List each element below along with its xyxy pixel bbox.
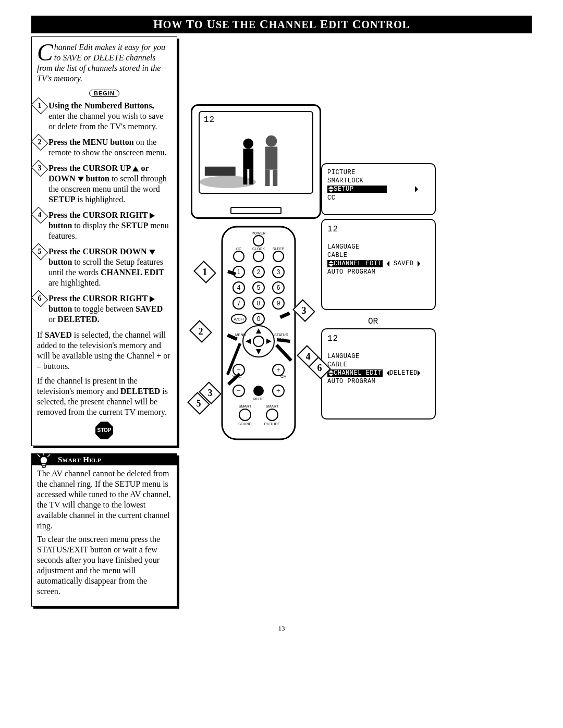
svg-text:2: 2 (257, 268, 261, 276)
svg-point-20 (234, 251, 244, 262)
lightbulb-icon (35, 452, 53, 470)
svg-text:PICTURE: PICTURE (264, 422, 280, 426)
svg-text:6: 6 (277, 284, 280, 291)
svg-rect-9 (243, 169, 247, 184)
svg-text:4: 4 (237, 284, 241, 291)
svg-line-1 (38, 454, 40, 457)
svg-point-46 (253, 336, 264, 347)
dropcap: C (37, 42, 54, 62)
svg-point-21 (253, 251, 264, 262)
svg-rect-13 (265, 170, 270, 186)
svg-text:SMART: SMART (239, 404, 252, 408)
svg-point-64 (253, 386, 264, 396)
menu-item-highlighted: CHANNEL EDIT (334, 369, 382, 377)
stop-badge: STOP (95, 422, 113, 439)
svg-point-11 (266, 135, 277, 147)
svg-text:+: + (276, 387, 280, 394)
menu-item: LANGUAGE (327, 352, 430, 361)
menu-item: CABLE (327, 361, 430, 369)
menu-item-highlighted: CHANNEL EDIT (334, 260, 382, 267)
tv-menu-deleted: 12 LANGUAGE CABLE CHANNEL EDIT DELETED A… (321, 328, 436, 419)
svg-point-68 (239, 409, 251, 421)
svg-text:MUTE: MUTE (253, 397, 264, 401)
step-2: 2 Press the MENU button on the remote to… (37, 137, 172, 158)
step-3: 3 Press the CURSOR UP or DOWN button to … (37, 163, 172, 205)
svg-rect-14 (273, 170, 277, 186)
svg-text:0: 0 (257, 315, 261, 323)
tv2-channel: 12 (327, 224, 430, 236)
svg-text:SMART: SMART (266, 404, 279, 408)
svg-text:A/CH: A/CH (234, 317, 243, 322)
svg-text:−: − (237, 387, 241, 394)
svg-point-22 (273, 251, 284, 262)
svg-text:+: + (276, 366, 280, 374)
saved-note: If SAVED is selected, the channel will a… (37, 330, 172, 372)
svg-text:3: 3 (277, 268, 280, 276)
menu-item-highlighted: SETUP (334, 186, 354, 193)
svg-point-5 (200, 176, 256, 188)
remote-power-label: POWER (252, 231, 265, 235)
tv-illustration-main: 12 (191, 104, 321, 219)
svg-text:SOUND: SOUND (238, 422, 251, 426)
svg-line-2 (47, 454, 50, 457)
svg-text:7: 7 (237, 300, 241, 307)
svg-text:1: 1 (237, 268, 241, 276)
svg-rect-4 (42, 466, 45, 467)
step-5: 5 Press the CURSOR DOWN button to scroll… (37, 246, 172, 288)
svg-text:CC: CC (236, 247, 241, 251)
menu-value-saved: SAVED (394, 260, 414, 267)
smart-help-p2: To clear the onscreen menu press the STA… (37, 534, 172, 597)
menu-item: AUTO PROGRAM (327, 377, 430, 386)
svg-rect-8 (243, 149, 253, 169)
menu-item: AUTO PROGRAM (327, 268, 430, 276)
remote-illustration: POWER CC CLOCK SLEEP 1 2 3 4 5 (206, 224, 311, 445)
svg-point-7 (243, 139, 253, 149)
tv1-scene-icon (200, 125, 312, 193)
tv3-channel: 12 (327, 334, 430, 345)
svg-point-16 (253, 236, 264, 246)
begin-badge: BEGIN (89, 90, 119, 97)
tv-menu-setup: PICTURE SMARTLOCK SETUP CC (321, 163, 436, 215)
svg-text:8: 8 (257, 300, 261, 307)
smart-help-box: Smart Help The AV channel cannot be dele… (31, 453, 177, 607)
svg-text:SLEEP: SLEEP (273, 247, 285, 251)
svg-text:5: 5 (257, 284, 261, 291)
deleted-note: If the channel is present in the televis… (37, 376, 172, 417)
svg-rect-6 (205, 167, 236, 176)
intro-text: Channel Edit makes it easy for you to SA… (37, 42, 172, 84)
menu-item: CC (327, 194, 430, 202)
tv-menu-saved: 12 LANGUAGE CABLE CHANNEL EDIT SAVED AUT… (321, 219, 436, 310)
step-6: 6 Press the CURSOR RIGHT button to toggl… (37, 293, 172, 325)
svg-rect-10 (249, 169, 253, 184)
svg-text:9: 9 (277, 300, 280, 307)
menu-item: LANGUAGE (327, 243, 430, 251)
step-1: 1 Using the Numbered Buttons, enter the … (37, 101, 172, 132)
intro-rest: hannel Edit makes it easy for you to SAV… (37, 43, 165, 83)
step-4: 4 Press the CURSOR RIGHT button to displ… (37, 210, 172, 241)
menu-item: SMARTLOCK (327, 177, 430, 185)
page-number: 13 (31, 624, 532, 633)
smart-help-p1: The AV channel cannot be deleted from th… (37, 468, 172, 531)
svg-text:−: − (237, 366, 241, 374)
svg-point-69 (266, 409, 278, 421)
diagram-area: 12 PICTURE SMARTLOCK SETUP (186, 36, 532, 610)
menu-item: CABLE (327, 251, 430, 260)
page-title: How To Use the Channel Edit ControlHOW T… (31, 16, 532, 33)
svg-text:MENU: MENU (235, 333, 246, 337)
smart-help-title: Smart Help (32, 454, 177, 465)
svg-rect-12 (265, 146, 278, 169)
instructions-box: Channel Edit makes it easy for you to SA… (31, 36, 177, 446)
menu-value-deleted: DELETED (389, 369, 418, 377)
svg-text:CLOCK: CLOCK (252, 247, 265, 251)
menu-item: PICTURE (327, 168, 430, 177)
svg-text:STATUS: STATUS (274, 333, 288, 337)
or-label: OR (368, 317, 378, 326)
